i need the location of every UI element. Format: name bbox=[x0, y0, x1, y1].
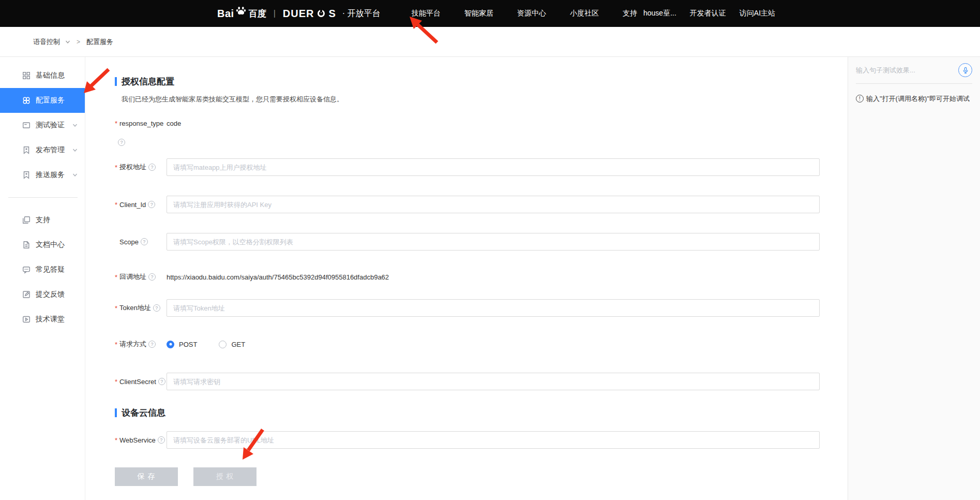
radio-get[interactable]: GET bbox=[219, 341, 245, 348]
response-type-value: code bbox=[167, 120, 181, 127]
sidebar-item-config-service[interactable]: 配置服务 bbox=[0, 88, 85, 113]
nav-item-xiaodu-community[interactable]: 小度社区 bbox=[563, 9, 606, 18]
required-marker bbox=[115, 273, 119, 281]
radio-post-dot[interactable] bbox=[167, 341, 174, 348]
sidebar-item-feedback[interactable]: 提交反馈 bbox=[0, 282, 85, 307]
help-icon[interactable] bbox=[148, 201, 155, 208]
breadcrumb-parent[interactable]: 语音控制 bbox=[33, 37, 60, 47]
auth-url-input[interactable] bbox=[167, 158, 820, 176]
field-client-id: Client_Id bbox=[115, 196, 820, 213]
help-icon[interactable] bbox=[141, 238, 148, 245]
help-icon[interactable] bbox=[158, 378, 165, 385]
device-cloud-section-header: 设备云信息 bbox=[115, 407, 820, 419]
chevron-down-icon bbox=[72, 170, 78, 180]
sidebar-item-label: 文档中心 bbox=[36, 240, 65, 249]
microphone-icon bbox=[962, 67, 969, 74]
help-icon[interactable] bbox=[118, 139, 125, 146]
radio-get-dot[interactable] bbox=[219, 341, 227, 348]
field-label-text: WebService bbox=[119, 436, 156, 444]
required-marker bbox=[115, 378, 119, 386]
section-accent-bar bbox=[115, 77, 117, 86]
required-marker bbox=[115, 238, 119, 246]
nav-item-resource-center[interactable]: 资源中心 bbox=[510, 9, 553, 18]
section-title: 设备云信息 bbox=[122, 407, 165, 419]
save-button[interactable]: 保 存 bbox=[115, 467, 178, 486]
field-response-type: response_type code bbox=[115, 120, 820, 127]
sidebar-item-publish-manage[interactable]: 发布管理 bbox=[0, 138, 85, 163]
help-icon[interactable] bbox=[153, 304, 160, 312]
help-icon[interactable] bbox=[148, 273, 156, 281]
token-url-input[interactable] bbox=[167, 299, 820, 317]
field-auth-url: 授权地址 bbox=[115, 158, 820, 176]
help-icon[interactable] bbox=[158, 436, 165, 444]
sidebar-divider bbox=[8, 197, 78, 198]
field-label-text: response_type bbox=[119, 120, 163, 127]
card-icon bbox=[22, 121, 31, 129]
required-marker bbox=[115, 304, 119, 312]
baidu-logo-text: Bai bbox=[217, 8, 234, 20]
nav-item-skill-platform[interactable]: 技能平台 bbox=[404, 9, 448, 18]
nav-item-ai-site[interactable]: 访问AI主站 bbox=[740, 9, 775, 18]
client-secret-input[interactable] bbox=[167, 373, 820, 390]
help-icon[interactable] bbox=[148, 164, 156, 171]
sidebar-item-test-verify[interactable]: 测试验证 bbox=[0, 113, 85, 138]
radio-get-label: GET bbox=[231, 341, 245, 348]
baidu-dueros-logo[interactable]: Bai 百度 | DUER S · 开放平台 bbox=[217, 0, 381, 27]
radio-post-label: POST bbox=[179, 341, 197, 348]
form-actions: 保 存 授 权 bbox=[115, 467, 820, 500]
web-service-input[interactable] bbox=[167, 431, 820, 449]
field-client-secret: ClientSecret bbox=[115, 373, 820, 390]
sidebar-item-label: 支持 bbox=[36, 215, 50, 225]
field-label-text: 请求方式 bbox=[119, 340, 146, 349]
grid-icon bbox=[22, 71, 31, 80]
field-web-service: WebService bbox=[115, 431, 820, 449]
top-nav: Bai 百度 | DUER S · 开放平台 技能平台 智能家居 资源中心 小度… bbox=[0, 0, 980, 27]
radio-post[interactable]: POST bbox=[167, 341, 197, 348]
sidebar-item-basic-info[interactable]: 基础信息 bbox=[0, 63, 85, 88]
authorize-button[interactable]: 授 权 bbox=[193, 467, 257, 486]
required-marker bbox=[115, 201, 119, 209]
top-nav-right: house葟... 开发者认证 访问AI主站 bbox=[643, 0, 775, 27]
scope-input[interactable] bbox=[167, 233, 820, 251]
page: Bai 百度 | DUER S · 开放平台 技能平台 智能家居 资源中心 小度… bbox=[0, 0, 980, 500]
nav-item-support[interactable]: 支持 bbox=[615, 9, 644, 18]
required-marker bbox=[115, 120, 119, 127]
client-id-input[interactable] bbox=[167, 196, 820, 213]
field-label-text: ClientSecret bbox=[119, 378, 156, 386]
sidebar: 基础信息 配置服务 测试验证 发布管 bbox=[0, 57, 85, 500]
sidebar-item-label: 配置服务 bbox=[36, 96, 65, 105]
dueros-logo-text: DUER bbox=[283, 8, 314, 20]
field-request-method: 请求方式 POST GET bbox=[115, 340, 820, 349]
field-callback-url: 回调地址 https://xiaodu.baidu.com/saiya/auth… bbox=[115, 272, 820, 282]
sidebar-item-label: 技术课堂 bbox=[36, 315, 65, 324]
required-marker bbox=[115, 164, 119, 171]
test-hint-text: 输入"打开(调用名称)"即可开始调试 bbox=[866, 94, 970, 103]
help-icon[interactable] bbox=[148, 341, 156, 348]
edit-icon bbox=[22, 290, 31, 299]
sidebar-item-tech-class[interactable]: 技术课堂 bbox=[0, 307, 85, 332]
sidebar-item-faq[interactable]: 常见答疑 bbox=[0, 257, 85, 282]
clover-icon bbox=[22, 96, 31, 105]
required-marker bbox=[115, 341, 119, 348]
field-label-text: 授权地址 bbox=[119, 163, 146, 172]
sidebar-item-support[interactable]: 支持 bbox=[0, 208, 85, 232]
sidebar-item-label: 提交反馈 bbox=[36, 290, 65, 299]
nav-item-developer-cert[interactable]: 开发者认证 bbox=[690, 9, 726, 18]
bookmark-plus-icon bbox=[22, 171, 31, 179]
breadcrumb-separator: > bbox=[77, 38, 80, 46]
field-label-text: Scope bbox=[119, 238, 139, 246]
user-account[interactable]: house葟... bbox=[643, 9, 676, 18]
sidebar-item-label: 基础信息 bbox=[36, 71, 65, 80]
sidebar-item-doc-center[interactable]: 文档中心 bbox=[0, 232, 85, 257]
sentence-test-input[interactable] bbox=[856, 66, 954, 74]
sentence-test-row bbox=[856, 57, 972, 84]
breadcrumb: 语音控制 > 配置服务 bbox=[0, 27, 980, 57]
microphone-button[interactable] bbox=[958, 63, 972, 77]
sidebar-item-push-service[interactable]: 推送服务 bbox=[0, 163, 85, 187]
nav-item-smart-home[interactable]: 智能家居 bbox=[457, 9, 501, 18]
field-label-text: Token地址 bbox=[119, 303, 151, 313]
chevron-down-icon[interactable] bbox=[65, 37, 70, 47]
copy-icon bbox=[22, 216, 31, 224]
document-icon bbox=[22, 241, 31, 249]
baidu-logo-cn: 百度 bbox=[249, 8, 266, 20]
